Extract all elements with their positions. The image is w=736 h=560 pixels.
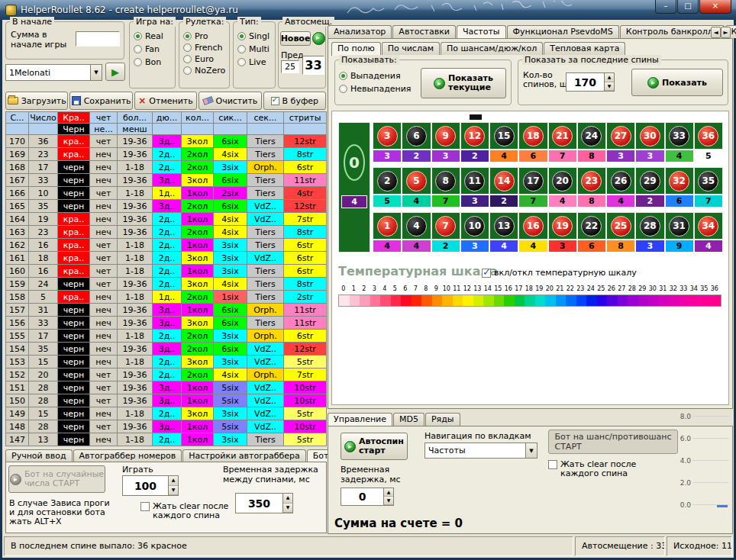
- table-cell: 2д..: [153, 213, 182, 226]
- table-cell: 35: [29, 200, 58, 213]
- column-header: бол...: [118, 112, 153, 124]
- spinner-down-icon[interactable]: ▼: [169, 486, 178, 496]
- tab-item[interactable]: Ряды: [425, 413, 460, 426]
- chance-bot-start-button[interactable]: Бот на шанс/противошанс СТАРТ: [548, 430, 678, 454]
- spinner-up-icon[interactable]: ▲: [605, 73, 614, 82]
- show-current-button[interactable]: Показать текущие: [421, 68, 506, 98]
- spinner-down-icon[interactable]: ▼: [384, 497, 393, 505]
- radio-option[interactable]: French: [183, 43, 228, 53]
- tab-item[interactable]: Функционал PsevdoMS: [507, 25, 619, 38]
- table-row: 16016кра..чет1-182д..1кол3sixTiers6str: [6, 265, 327, 278]
- temp-scale-number: 17: [514, 285, 525, 292]
- radio-option[interactable]: Multi: [237, 44, 273, 54]
- tab-item[interactable]: Анализатор: [328, 25, 392, 38]
- load-button[interactable]: Загрузить: [5, 92, 68, 110]
- bot-clear-checkbox[interactable]: Жать clear после каждого спина: [140, 502, 228, 520]
- temperature-checkbox[interactable]: вкл/откл температурную шкалу: [482, 268, 637, 278]
- temp-scale-cell: [432, 295, 443, 306]
- play-button[interactable]: ▶: [105, 63, 125, 81]
- table-cell: 19-36: [118, 213, 153, 226]
- close-button[interactable]: ×: [699, 0, 731, 14]
- clear-button[interactable]: Очистить: [199, 92, 261, 110]
- show-button[interactable]: Показать: [631, 69, 723, 96]
- radio-option[interactable]: Live: [237, 57, 273, 67]
- chevron-down-icon[interactable]: ▼: [525, 443, 537, 458]
- radio-option[interactable]: NoZero: [183, 66, 228, 76]
- checkbox-icon: [140, 502, 150, 511]
- table-cell: 17: [29, 330, 58, 343]
- undo-button[interactable]: ×Отменить: [134, 92, 197, 110]
- table-row: 16733черннеч19-363д..3кол6sixTiers11str: [6, 174, 327, 187]
- tab-item[interactable]: Управление: [328, 413, 392, 426]
- table-cell: 2кол: [182, 369, 214, 381]
- radio-option[interactable]: Pro: [183, 31, 228, 41]
- spinner-up-icon[interactable]: ▲: [384, 488, 393, 497]
- table-cell: 3кол: [182, 317, 214, 330]
- tab-item[interactable]: Автоставки: [392, 25, 456, 38]
- temp-scale-cell: [525, 295, 535, 306]
- app-window: HelperRoullet 8.62 - create helperroulle…: [0, 0, 736, 560]
- field-number-cell: 22: [577, 212, 606, 240]
- spinner-down-icon[interactable]: ▼: [283, 504, 292, 513]
- table-cell: чет: [90, 135, 118, 148]
- tab-scroll-right-icon[interactable]: ►: [721, 27, 731, 38]
- table-cell: 1-18: [118, 291, 153, 304]
- autospin-start-button[interactable]: Автоспин старт: [341, 433, 408, 460]
- minimize-button[interactable]: –: [655, 0, 676, 14]
- preset-select[interactable]: 1Melonati ▼: [5, 64, 102, 81]
- maximize-button[interactable]: □: [677, 0, 699, 14]
- start-sum-input[interactable]: [76, 31, 120, 47]
- field-count-cell: 3: [606, 150, 635, 163]
- ctl-delay-stepper[interactable]: 0 ▲▼: [341, 488, 394, 506]
- spinner-down-icon[interactable]: ▼: [605, 82, 614, 92]
- radio-option[interactable]: Real: [134, 31, 173, 41]
- tab-item[interactable]: По шансам/дюж/кол: [441, 42, 543, 55]
- tab-item[interactable]: Ручной ввод: [5, 449, 73, 462]
- nav-tabs-select[interactable]: Частоты ▼: [424, 443, 537, 459]
- tab-item[interactable]: Частоты: [457, 25, 506, 39]
- temp-scale-cell: [412, 295, 422, 306]
- tab-item[interactable]: Автограббер номеров: [73, 449, 182, 462]
- random-bot-start-button[interactable]: Бот на случайные числа СТАРТ: [8, 465, 105, 493]
- spins-count-stepper[interactable]: 100 ▲▼: [122, 475, 179, 496]
- table-cell: 6str: [284, 161, 327, 174]
- tab-item[interactable]: MD5: [393, 413, 424, 426]
- radio-label: Невыпадения: [350, 84, 411, 94]
- table-cell: 19-36: [118, 200, 153, 213]
- buffer-button[interactable]: В буфер: [263, 92, 326, 110]
- table-cell: VdZ..: [247, 252, 284, 265]
- chart-y-label: 4.0: [677, 457, 692, 465]
- table-cell: 163: [6, 226, 29, 239]
- drag-handle[interactable]: [470, 114, 482, 120]
- save-button[interactable]: Сохранить: [69, 92, 132, 110]
- table-cell: 156: [6, 317, 29, 330]
- radio-group-2: Тип:SinglMultiLive: [233, 21, 276, 89]
- tab-scroll-left-icon[interactable]: ◄: [711, 27, 721, 38]
- radio-option[interactable]: Euro: [183, 54, 228, 64]
- tab-item[interactable]: Настройки автограббера: [182, 449, 306, 462]
- table-cell: 12str: [284, 343, 327, 356]
- tab-item[interactable]: Контроль банкролла: [620, 25, 725, 38]
- temp-scale-number: 11: [452, 285, 463, 292]
- table-cell: 6str: [284, 265, 327, 278]
- radio-option[interactable]: Fan: [134, 44, 173, 54]
- table-cell: VdZ..: [247, 343, 284, 356]
- tab-item[interactable]: По полю: [331, 42, 381, 56]
- black-number: 4: [406, 216, 427, 237]
- radio-option[interactable]: Bon: [134, 57, 173, 67]
- ctl-clear-checkbox[interactable]: Жать clear после каждого спина: [548, 460, 636, 478]
- temp-scale-number: 6: [400, 285, 411, 292]
- tab-item[interactable]: По числам: [382, 42, 440, 55]
- table-cell: VdZ..: [247, 420, 284, 433]
- tab-item[interactable]: Тепловая карта: [544, 42, 625, 55]
- new-button[interactable]: Новое: [280, 31, 311, 46]
- last-spins-stepper[interactable]: 170 ▲▼: [566, 72, 615, 92]
- spinner-up-icon[interactable]: ▲: [169, 476, 178, 486]
- chart-series-mark: [717, 505, 728, 507]
- spinner-up-icon[interactable]: ▲: [283, 494, 292, 504]
- chevron-down-icon[interactable]: ▼: [90, 65, 102, 80]
- bot-delay-stepper[interactable]: 350 ▲▼: [235, 493, 293, 513]
- table-cell: 3д..: [153, 200, 182, 213]
- radio-option[interactable]: Singl: [237, 31, 273, 41]
- red-number: 32: [669, 171, 689, 191]
